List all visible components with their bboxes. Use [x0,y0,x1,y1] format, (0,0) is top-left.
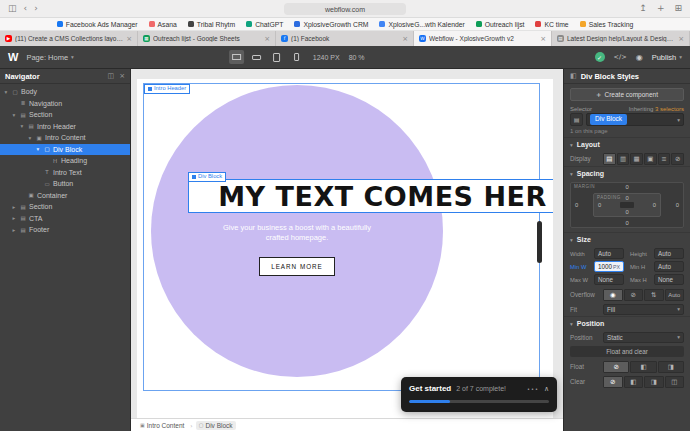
block-icon[interactable]: ▤ [603,153,616,165]
height-input[interactable]: Auto [654,248,684,259]
laptop-preview-icon[interactable] [249,50,264,64]
browser-tab[interactable]: WWebflow - XplosiveGrowth v2× [414,31,552,46]
learn-more-button[interactable]: LEARN MORE [259,257,335,276]
navigator-item[interactable]: ▾▣Intro Content [0,132,130,144]
clear-none-icon[interactable]: ⊘ [603,376,623,388]
min-height-input[interactable]: Auto [654,261,684,272]
inheriting-selectors-link[interactable]: 3 selectors [655,106,684,112]
padding-top-value[interactable]: 0 [625,195,628,201]
tab-close-icon[interactable]: × [264,35,270,43]
breadcrumb-item[interactable]: ▣Intro Content [137,421,187,430]
breadcrumb-item[interactable]: ▢Div Block [196,421,236,430]
float-clear-toggle[interactable]: Float and clear [570,346,684,357]
navigator-item[interactable]: ▣Container [0,190,130,202]
expand-arrow-icon[interactable]: ▸ [11,215,17,221]
bookmark-item[interactable]: Asana [149,21,177,28]
bookmark-item[interactable]: XplosiveG...wth Kalender [379,21,464,28]
size-section-header[interactable]: ▾ Size [564,232,690,246]
float-none-icon[interactable]: ⊘ [603,361,629,373]
inline-block-icon[interactable]: ▣ [644,153,657,165]
navigator-item[interactable]: HHeading [0,155,130,167]
hidden-icon[interactable]: ⊘ [624,289,644,301]
bookmark-item[interactable]: XplosiveGrowth CRM [294,21,368,28]
bookmark-item[interactable]: Sales Tracking [580,21,634,28]
code-export-icon[interactable]: </> [614,53,627,61]
publish-button[interactable]: Publish ▾ [652,53,682,62]
sidebar-icon[interactable]: ◫ [8,4,17,13]
forward-icon[interactable]: › [34,4,38,13]
flex-icon[interactable]: ▥ [617,153,630,165]
expand-arrow-icon[interactable]: ▸ [11,204,17,210]
canvas-width-value[interactable]: 1240 PX [313,54,340,61]
bookmark-item[interactable]: Facebook Ads Manager [57,21,138,28]
tab-close-icon[interactable]: × [402,35,408,43]
navigator-item[interactable]: ▸▤Footer [0,224,130,236]
bookmark-item[interactable]: Tribal Rhytm [188,21,235,28]
desktop-preview-icon[interactable] [229,50,244,64]
navigator-item[interactable]: ▾▢Div Block [0,144,130,156]
new-tab-icon[interactable]: + [657,4,665,13]
page-selector[interactable]: Page: Home ▾ [26,53,73,62]
width-input[interactable]: Auto [594,248,624,259]
margin-top-value[interactable]: 0 [625,184,628,190]
mobile-preview-icon[interactable] [289,50,304,64]
float-left-icon[interactable]: ◧ [630,361,656,373]
artboard[interactable]: Intro Header MY TEXT COMES HER Div Block… [137,79,553,418]
tab-overview-icon[interactable]: ⊞ [674,4,682,13]
navigator-item[interactable]: TIntro Text [0,167,130,179]
layout-section-header[interactable]: ▾ Layout [564,137,690,151]
min-width-unit[interactable]: PX [613,264,620,270]
navigator-item[interactable]: ▭Button [0,178,130,190]
selected-divblock-outline[interactable]: MY TEXT COMES HER [188,179,553,213]
dock-icon[interactable]: ◫ [108,72,115,80]
spacing-section-header[interactable]: ▾ Spacing [564,166,690,180]
clear-both-icon[interactable]: ◫ [665,376,685,388]
bookmark-item[interactable]: ChatGPT [246,21,283,28]
overflow-auto-option[interactable]: Auto [665,289,685,301]
inline-icon[interactable]: ≡ [658,153,671,165]
browser-tab[interactable]: ▤Latest Design help/Layout & Design top.… [552,31,690,46]
expand-arrow-icon[interactable]: ▾ [27,135,33,141]
fit-select[interactable]: Fill ▾ [603,304,684,315]
bookmark-item[interactable]: KC time [535,21,568,28]
expand-arrow-icon[interactable]: ▾ [3,89,9,95]
preview-icon[interactable]: ◉ [636,53,643,62]
scroll-icon[interactable]: ⇅ [644,289,664,301]
address-bar[interactable]: webflow.com [284,3,406,15]
float-right-icon[interactable]: ◨ [658,361,684,373]
grid-icon[interactable]: ▦ [630,153,643,165]
expand-arrow-icon[interactable]: ▾ [11,112,17,118]
max-height-input[interactable]: None [654,274,684,285]
expand-arrow-icon[interactable]: ▾ [35,146,41,152]
selector-input[interactable]: Div Block ▾ [586,113,684,126]
clear-right-icon[interactable]: ◨ [644,376,664,388]
max-width-input[interactable]: None [594,274,624,285]
bookmark-item[interactable]: Outreach lijst [476,21,525,28]
close-icon[interactable]: × [119,72,125,80]
padding-bottom-value[interactable]: 0 [625,209,628,215]
margin-left-value[interactable]: 0 [575,202,578,208]
browser-tab[interactable]: f(1) Facebook× [276,31,414,46]
position-select[interactable]: Static ▾ [603,332,684,343]
collapse-icon[interactable]: ∧ [544,385,549,393]
browser-tab[interactable]: ▦Outreach lijst - Google Sheets× [138,31,276,46]
tab-close-icon[interactable]: × [540,35,546,43]
margin-right-value[interactable]: 0 [676,202,679,208]
share-icon[interactable]: ↥ [639,4,647,13]
canvas-scrollbar[interactable] [537,221,542,263]
tab-close-icon[interactable]: × [126,35,132,43]
navigator-item[interactable]: ▾▢Body [0,86,130,98]
create-component-button[interactable]: + Create component [570,88,684,101]
tablet-preview-icon[interactable] [269,50,284,64]
navigator-item[interactable]: ▾▤Section [0,109,130,121]
navigator-item[interactable]: ▾▤Intro Header [0,121,130,133]
more-options-icon[interactable]: ••• [527,386,539,392]
min-width-input[interactable]: 1000 PX [594,261,624,272]
canvas[interactable]: Intro Header MY TEXT COMES HER Div Block… [131,69,563,431]
navigator-item[interactable]: ≣Navigation [0,98,130,110]
selector-type-icon[interactable]: ▤ [570,113,583,126]
hero-heading[interactable]: MY TEXT COMES HER [218,181,547,212]
navigator-item[interactable]: ▸▤Section [0,201,130,213]
tab-close-icon[interactable]: × [678,35,684,43]
none-icon[interactable]: ⊘ [671,153,684,165]
